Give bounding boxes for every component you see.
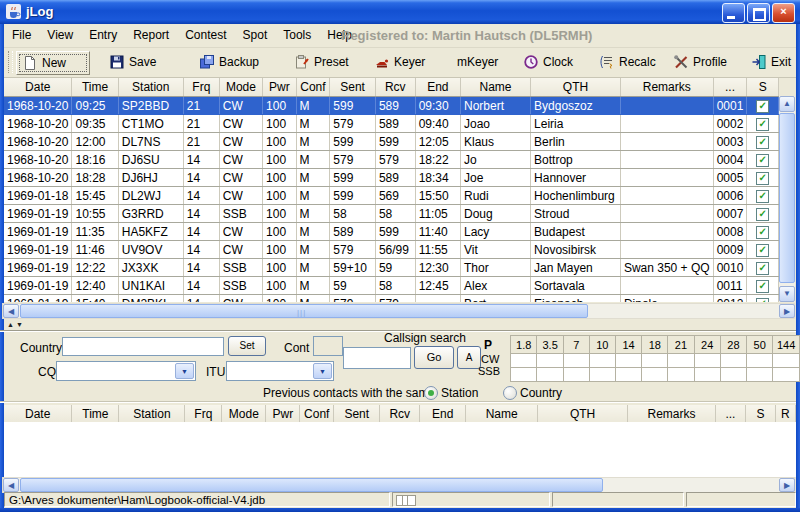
table-cell[interactable]: ✓ (747, 133, 779, 151)
table-cell[interactable]: 11:55 (415, 241, 460, 259)
table-cell[interactable]: 58 (375, 277, 415, 295)
chevron-down-icon[interactable]: ▼ (313, 363, 332, 379)
table-cell[interactable]: 14 (183, 223, 219, 241)
table-cell[interactable]: 599 (375, 223, 415, 241)
table-cell[interactable]: Joao (460, 115, 530, 133)
table-cell[interactable] (620, 205, 713, 223)
table-cell[interactable]: M (296, 277, 330, 295)
table-cell[interactable]: 18:28 (72, 169, 118, 187)
table-cell[interactable]: 12:40 (72, 277, 118, 295)
table-cell[interactable]: 12:45 (415, 277, 460, 295)
table-cell[interactable]: 11:40 (415, 223, 460, 241)
profile-button[interactable]: Profile (668, 51, 732, 73)
table-cell[interactable]: ✓ (747, 295, 779, 303)
confirmed-checkbox[interactable]: ✓ (756, 298, 769, 302)
column-header-remarks[interactable]: Remarks (620, 78, 713, 97)
table-cell[interactable]: 09:25 (72, 97, 118, 115)
table-cell[interactable]: 10:55 (72, 205, 118, 223)
table-cell[interactable]: Bydgoszoz (531, 97, 621, 115)
table-cell[interactable]: Doug (460, 205, 530, 223)
table-cell[interactable]: 0001 (713, 97, 747, 115)
scroll-thumb[interactable] (20, 478, 603, 492)
table-cell[interactable]: Vit (460, 241, 530, 259)
preset-button[interactable]: Preset (289, 51, 354, 73)
table-row[interactable]: 1969-01-1910:55G3RRD14SSB100M585811:05Do… (4, 205, 779, 223)
table-cell[interactable]: 0009 (713, 241, 747, 259)
country-input[interactable] (62, 337, 224, 356)
table-cell[interactable]: CW (219, 133, 262, 151)
table-cell[interactable]: 579 (375, 295, 415, 303)
column-header-s[interactable]: S (745, 405, 775, 422)
table-cell[interactable]: ✓ (747, 277, 779, 295)
table-cell[interactable]: M (296, 169, 330, 187)
column-header-name[interactable]: Name (460, 78, 530, 97)
table-cell[interactable]: Sortavala (531, 277, 621, 295)
column-header-conf[interactable]: Conf (300, 405, 334, 422)
confirmed-checkbox[interactable]: ✓ (756, 154, 769, 167)
table-cell[interactable]: DM2BKI (118, 295, 183, 303)
table-cell[interactable]: ✓ (747, 169, 779, 187)
table-cell[interactable]: 599 (375, 133, 415, 151)
scroll-left-button[interactable]: ◀ (3, 478, 19, 492)
table-cell[interactable]: Novosibirsk (531, 241, 621, 259)
column-header-remarks[interactable]: Remarks (628, 405, 716, 422)
table-cell[interactable]: 1969-01-19 (4, 277, 72, 295)
confirmed-checkbox[interactable]: ✓ (756, 100, 769, 113)
callsign-search-input[interactable] (343, 347, 411, 369)
table-cell[interactable]: 21 (183, 133, 219, 151)
table-cell[interactable]: 599 (330, 187, 376, 205)
table-cell[interactable] (620, 241, 713, 259)
menu-file[interactable]: File (4, 24, 39, 45)
column-header-conf[interactable]: Conf (296, 78, 330, 97)
column-header-end[interactable]: End (420, 405, 466, 422)
table-cell[interactable]: 0005 (713, 169, 747, 187)
log-horizontal-scrollbar[interactable]: ◀ ||| ▶ (2, 303, 795, 319)
table-cell[interactable]: Swan 350 + QQ (620, 259, 713, 277)
table-cell[interactable]: M (296, 133, 330, 151)
table-cell[interactable]: 14 (183, 259, 219, 277)
table-cell[interactable]: M (296, 223, 330, 241)
confirmed-checkbox[interactable]: ✓ (756, 136, 769, 149)
table-cell[interactable]: 100 (263, 133, 296, 151)
table-cell[interactable]: CW (219, 115, 262, 133)
table-cell[interactable]: JX3XK (118, 259, 183, 277)
table-cell[interactable]: 59+10 (330, 259, 376, 277)
menu-report[interactable]: Report (125, 24, 177, 45)
confirmed-checkbox[interactable]: ✓ (756, 244, 769, 257)
table-row[interactable]: 1969-01-1912:40UN1KAI14SSB100M595812:45A… (4, 277, 779, 295)
table-cell[interactable]: Rudi (460, 187, 530, 205)
table-cell[interactable]: 100 (263, 241, 296, 259)
toolbar-grip[interactable] (8, 51, 13, 73)
table-cell[interactable]: CW (219, 169, 262, 187)
table-cell[interactable]: 59 (375, 259, 415, 277)
set-button[interactable]: Set (228, 336, 266, 356)
table-cell[interactable]: DL7NS (118, 133, 183, 151)
recalc-button[interactable]: Recalc (594, 51, 661, 73)
table-cell[interactable]: Hannover (531, 169, 621, 187)
table-cell[interactable]: M (296, 259, 330, 277)
table-row[interactable]: 1969-01-1915:40DM2BKI14CW100M579579BertE… (4, 295, 779, 303)
table-cell[interactable]: 15:40 (72, 295, 118, 303)
table-cell[interactable]: Eisenach (531, 295, 621, 303)
column-header-[interactable]: ... (713, 78, 747, 97)
table-cell[interactable]: Joe (460, 169, 530, 187)
table-row[interactable]: 1968-10-2009:25SP2BBD21CW100M59958909:30… (4, 97, 779, 115)
country-radio[interactable] (503, 386, 517, 400)
table-cell[interactable]: 569 (375, 187, 415, 205)
save-button[interactable]: Save (104, 51, 161, 73)
table-cell[interactable]: 1968-10-20 (4, 169, 72, 187)
menu-tools[interactable]: Tools (275, 24, 319, 45)
title-bar[interactable]: jLog × (0, 0, 800, 24)
confirmed-checkbox[interactable]: ✓ (756, 226, 769, 239)
table-cell[interactable]: M (296, 115, 330, 133)
table-cell[interactable]: 21 (183, 115, 219, 133)
table-cell[interactable]: 599 (330, 169, 376, 187)
table-cell[interactable] (620, 223, 713, 241)
table-cell[interactable]: Dipole (620, 295, 713, 303)
table-row[interactable]: 1969-01-1912:22JX3XK14SSB100M59+105912:3… (4, 259, 779, 277)
table-cell[interactable]: M (296, 241, 330, 259)
table-cell[interactable]: 14 (183, 205, 219, 223)
table-cell[interactable]: 589 (375, 169, 415, 187)
table-cell[interactable]: 14 (183, 169, 219, 187)
go-button[interactable]: Go (414, 346, 454, 369)
